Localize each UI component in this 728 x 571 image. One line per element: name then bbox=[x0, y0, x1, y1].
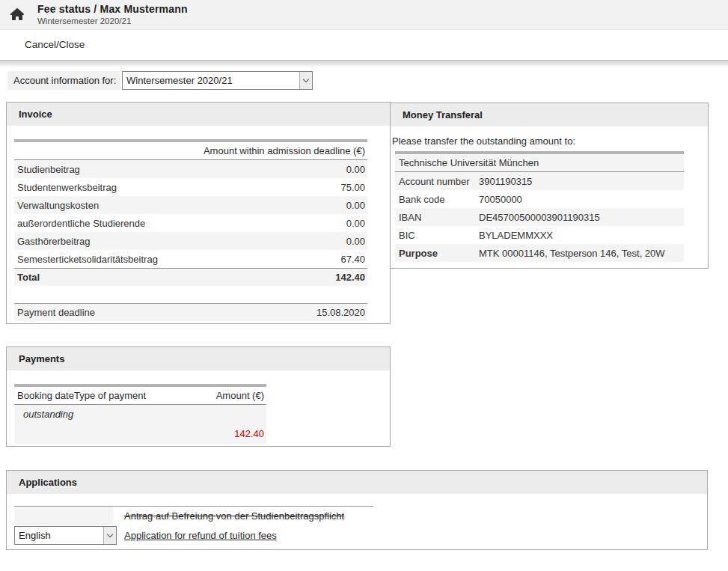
invoice-row-amount: 0.00 bbox=[285, 218, 367, 229]
application-link-refund[interactable]: Application for refund of tuition fees bbox=[124, 530, 277, 541]
invoice-row: Semesterticketsolidaritätsbeitrag 67.40 bbox=[14, 250, 367, 268]
invoice-row-label: Verwaltungskosten bbox=[14, 200, 285, 211]
transfer-row: BIC BYLADEMMXXX bbox=[395, 226, 684, 244]
transfer-row-label: BIC bbox=[395, 230, 479, 241]
payments-col-amount: Amount (€) bbox=[207, 390, 266, 401]
money-transferal-panel: Money Transferal Please transfer the out… bbox=[390, 103, 709, 269]
payment-deadline-value: 15.08.2020 bbox=[285, 307, 367, 318]
page-subtitle: Wintersemester 2020/21 bbox=[37, 16, 188, 25]
payments-panel-title: Payments bbox=[7, 347, 390, 370]
payments-col-booking-date: Booking date bbox=[14, 390, 74, 401]
transfer-row: Bank code 70050000 bbox=[395, 190, 684, 208]
application-link-exemption-disabled: Antrag auf Befreiung von der Studienbeit… bbox=[124, 510, 344, 522]
invoice-row-amount: 75.00 bbox=[285, 182, 367, 193]
transfer-row: Account number 3901190315 bbox=[395, 172, 684, 190]
invoice-row-label: Studienbeitrag bbox=[14, 164, 285, 175]
transfer-row-value: DE45700500003901190315 bbox=[479, 212, 684, 223]
chevron-down-icon bbox=[303, 76, 309, 82]
transfer-row-label: IBAN bbox=[395, 212, 479, 223]
app-header: Fee status / Max Mustermann Wintersemest… bbox=[0, 0, 728, 30]
invoice-panel-title: Invoice bbox=[7, 103, 390, 126]
payments-outstanding-amount: 142.40 bbox=[14, 424, 266, 444]
invoice-row: außerordentliche Studierende 0.00 bbox=[14, 214, 367, 232]
language-select[interactable]: English bbox=[14, 526, 117, 545]
cancel-close-button[interactable]: Cancel/Close bbox=[25, 39, 85, 50]
transfer-purpose-row: Purpose MTK 00001146, Testperson 146, Te… bbox=[395, 244, 684, 262]
transfer-purpose-value: MTK 00001146, Testperson 146, Test, 20W bbox=[479, 248, 684, 259]
payment-deadline-row: Payment deadline 15.08.2020 bbox=[14, 303, 367, 321]
payments-panel: Payments Booking date Type of payment Am… bbox=[6, 346, 391, 447]
invoice-amount-header: Amount within admission deadline (€) bbox=[14, 142, 367, 160]
invoice-row-label: außerordentliche Studierende bbox=[14, 218, 285, 229]
toolbar: Cancel/Close bbox=[0, 31, 728, 60]
transfer-recipient: Technische Universität München bbox=[395, 154, 684, 172]
chevron-down-icon bbox=[107, 531, 113, 537]
semester-select-button bbox=[299, 72, 312, 89]
language-select-button bbox=[103, 527, 116, 544]
money-transferal-title: Money Transferal bbox=[391, 103, 708, 126]
invoice-table: Amount within admission deadline (€) Stu… bbox=[14, 139, 367, 321]
page-title: Fee status / Max Mustermann bbox=[37, 3, 188, 15]
home-icon bbox=[10, 10, 24, 22]
home-button[interactable] bbox=[10, 8, 25, 22]
payments-col-type: Type of payment bbox=[74, 390, 207, 401]
invoice-row: Studentenwerksbeitrag 75.00 bbox=[14, 178, 367, 196]
language-select-value: English bbox=[15, 530, 103, 541]
semester-select[interactable]: Wintersemester 2020/21 bbox=[122, 71, 313, 90]
invoice-row-amount: 67.40 bbox=[285, 254, 367, 265]
payments-table: Booking date Type of payment Amount (€) … bbox=[14, 384, 266, 444]
applications-panel-title: Applications bbox=[7, 471, 707, 494]
applications-table: Antrag auf Befreiung von der Studienbeit… bbox=[14, 506, 373, 545]
invoice-row: Verwaltungskosten 0.00 bbox=[14, 196, 367, 214]
invoice-row-amount: 0.00 bbox=[285, 236, 367, 247]
applications-panel: Applications Antrag auf Befreiung von de… bbox=[6, 470, 708, 550]
account-filter-label: Account information for: bbox=[7, 71, 120, 90]
transfer-table: Technische Universität München Account n… bbox=[395, 151, 684, 262]
toolbar-shadow bbox=[0, 60, 728, 67]
invoice-row-amount: 0.00 bbox=[285, 164, 367, 175]
transfer-row-value: BYLADEMMXXX bbox=[479, 230, 684, 241]
invoice-panel: Invoice Amount within admission deadline… bbox=[6, 102, 391, 324]
semester-select-value: Wintersemester 2020/21 bbox=[123, 75, 299, 86]
payments-header-row: Booking date Type of payment Amount (€) bbox=[14, 387, 266, 405]
transfer-row: IBAN DE45700500003901190315 bbox=[395, 208, 684, 226]
invoice-row: Gasthörerbeitrag 0.00 bbox=[14, 232, 367, 250]
spacer bbox=[14, 286, 367, 303]
invoice-total-label: Total bbox=[14, 272, 285, 283]
transfer-purpose-label: Purpose bbox=[395, 248, 479, 259]
transfer-row-value: 3901190315 bbox=[479, 176, 684, 187]
application-row-spacer-cell bbox=[14, 507, 113, 525]
transfer-row-label: Account number bbox=[395, 176, 479, 187]
invoice-total-amount: 142.40 bbox=[285, 272, 367, 283]
invoice-row-amount: 0.00 bbox=[285, 200, 367, 211]
invoice-row: Studienbeitrag 0.00 bbox=[14, 160, 367, 178]
application-row: English Application for refund of tuitio… bbox=[14, 526, 373, 545]
transfer-intro-text: Please transfer the outstanding amount t… bbox=[392, 135, 575, 147]
payments-status: outstanding bbox=[14, 405, 266, 424]
language-select-cell: English bbox=[14, 526, 113, 545]
transfer-row-value: 70050000 bbox=[479, 194, 684, 205]
invoice-row-label: Studentenwerksbeitrag bbox=[14, 182, 285, 193]
payment-deadline-label: Payment deadline bbox=[14, 307, 285, 318]
invoice-total-row: Total 142.40 bbox=[14, 268, 367, 286]
invoice-row-label: Gasthörerbeitrag bbox=[14, 236, 285, 247]
transfer-row-label: Bank code bbox=[395, 194, 479, 205]
fee-status-page: Fee status / Max Mustermann Wintersemest… bbox=[0, 0, 728, 571]
invoice-row-label: Semesterticketsolidaritätsbeitrag bbox=[14, 254, 285, 265]
application-row: Antrag auf Befreiung von der Studienbeit… bbox=[14, 507, 373, 525]
